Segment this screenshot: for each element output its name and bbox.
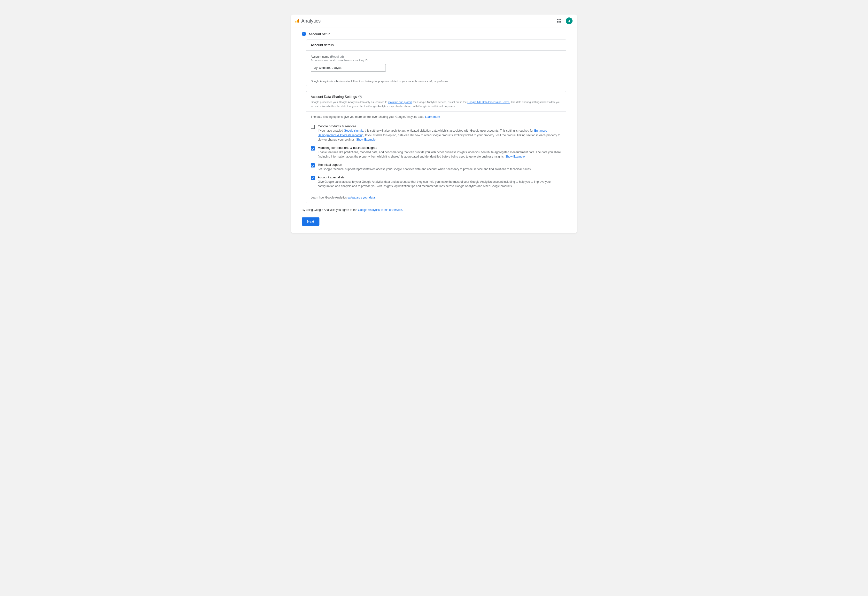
data-sharing-desc: Google processes your Google Analytics d… bbox=[306, 100, 566, 112]
checkbox-row-modeling: Modeling contributions & business insigh… bbox=[311, 146, 562, 159]
analytics-logo-icon bbox=[295, 19, 299, 22]
account-name-input[interactable] bbox=[311, 64, 386, 72]
checkbox-row-tech-support: Technical support Let Google technical s… bbox=[311, 163, 562, 172]
checkbox-title: Technical support bbox=[318, 163, 562, 167]
google-signals-link[interactable]: Google signals bbox=[344, 129, 363, 132]
account-details-title: Account details bbox=[306, 40, 566, 51]
maintain-protect-link[interactable]: maintain and protect bbox=[388, 101, 412, 104]
checkbox-list: Google products & services If you have e… bbox=[306, 124, 566, 196]
safeguards-link[interactable]: safeguards your data bbox=[348, 196, 375, 199]
step-number-badge: 1 bbox=[302, 32, 306, 36]
content-area: 1 Account setup Account details Account … bbox=[291, 27, 577, 233]
checkbox-title: Modeling contributions & business insigh… bbox=[318, 146, 562, 149]
checkbox-row-products: Google products & services If you have e… bbox=[311, 124, 562, 142]
app-window: Analytics J 1 Account setup Account deta… bbox=[291, 15, 577, 233]
show-example-link[interactable]: Show Example bbox=[505, 155, 525, 158]
account-name-label: Account name (Required) bbox=[311, 55, 562, 58]
app-title: Analytics bbox=[301, 18, 321, 24]
learn-more-link[interactable]: Learn more bbox=[425, 115, 440, 118]
account-details-card: Account details Account name (Required) … bbox=[306, 40, 566, 86]
avatar[interactable]: J bbox=[566, 18, 573, 24]
checkbox-tech-support[interactable] bbox=[311, 163, 315, 167]
checkbox-row-account-specialists: Account specialists Give Google sales ac… bbox=[311, 176, 562, 189]
checkbox-desc: Enable features like predictions, modele… bbox=[318, 150, 562, 159]
checkbox-products[interactable] bbox=[311, 125, 315, 129]
next-button[interactable]: Next bbox=[302, 217, 319, 226]
options-lead: The data sharing options give you more c… bbox=[306, 112, 566, 122]
checkbox-modeling[interactable] bbox=[311, 146, 315, 151]
checkbox-desc: Give Google sales access to your Google … bbox=[318, 180, 562, 189]
business-tool-disclaimer: Google Analytics is a business tool. Use… bbox=[306, 76, 566, 86]
data-sharing-title: Account Data Sharing Settings ? bbox=[306, 92, 566, 100]
checkbox-title: Google products & services bbox=[318, 124, 562, 128]
safeguards-footnote: Learn how Google Analytics safeguards yo… bbox=[306, 196, 566, 203]
terms-agree-line: By using Google Analytics you agree to t… bbox=[302, 208, 566, 211]
checkbox-desc: Let Google technical support representat… bbox=[318, 167, 562, 172]
data-sharing-card: Account Data Sharing Settings ? Google p… bbox=[306, 91, 566, 203]
apps-grid-icon[interactable] bbox=[557, 19, 561, 23]
topbar: Analytics J bbox=[291, 15, 577, 27]
ads-terms-link[interactable]: Google Ads Data Processing Terms. bbox=[467, 101, 510, 104]
checkbox-account-specialists[interactable] bbox=[311, 176, 315, 180]
terms-of-service-link[interactable]: Google Analytics Terms of Service. bbox=[358, 208, 403, 211]
checkbox-title: Account specialists bbox=[318, 176, 562, 179]
account-name-hint: Accounts can contain more than one track… bbox=[311, 59, 562, 62]
checkbox-desc: If you have enabled Google signals, this… bbox=[318, 129, 562, 142]
show-example-link[interactable]: Show Example bbox=[356, 138, 376, 141]
help-icon[interactable]: ? bbox=[359, 95, 362, 98]
step-label: Account setup bbox=[309, 32, 330, 36]
stepper-step-1: 1 Account setup bbox=[302, 32, 566, 36]
